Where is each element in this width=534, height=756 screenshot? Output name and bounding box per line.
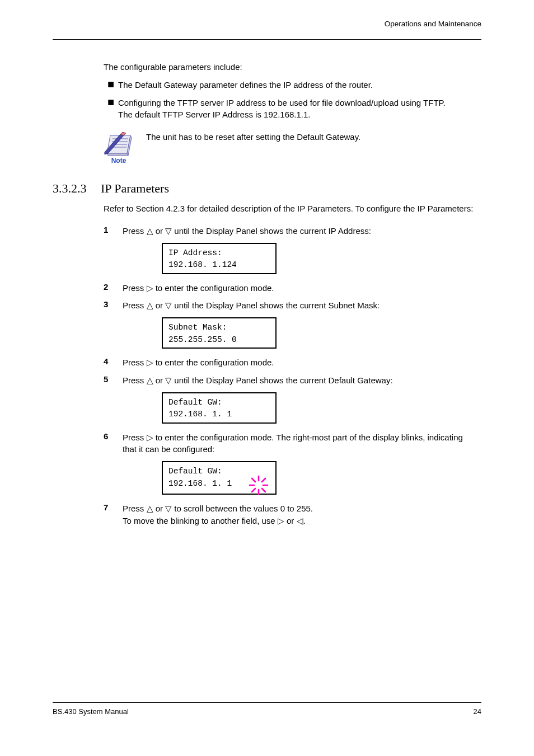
- text: or: [153, 504, 166, 513]
- down-icon: ▽: [165, 300, 172, 310]
- steps-list: 1 Press △ or ▽ until the Display Panel s…: [104, 225, 470, 527]
- right-icon: ▷: [147, 433, 153, 442]
- footer-rule: [53, 702, 481, 703]
- header-rule: [53, 39, 481, 40]
- section-intro: Refer to Section 4.2.3 for detailed desc…: [104, 203, 481, 215]
- svg-line-10: [262, 478, 265, 482]
- step-body: Press ▷ to enter the configuration mode.…: [123, 431, 470, 456]
- display-box: Subnet Mask: 255.255.255. 0: [162, 317, 277, 349]
- bullet-marker: ■: [104, 79, 118, 91]
- display-line: 192.168. 1. 1: [168, 408, 270, 421]
- text: until the Display Panel shows the curren…: [172, 226, 371, 236]
- footer: BS.430 System Manual 24: [53, 702, 481, 716]
- step-number: 4: [104, 356, 123, 366]
- text: .: [303, 516, 306, 525]
- down-icon: ▽: [165, 226, 172, 236]
- display-box: Default GW: 192.168. 1. 1: [162, 461, 277, 495]
- text: to scroll between the values 0 to 255.: [172, 504, 313, 513]
- up-icon: △: [147, 504, 153, 513]
- step-body: Press ▷ to enter the configuration mode.: [123, 356, 470, 369]
- left-icon: ◁: [297, 516, 303, 525]
- footer-left: BS.430 System Manual: [53, 707, 129, 716]
- step: 5 Press △ or ▽ until the Display Panel s…: [104, 374, 470, 387]
- section-title: IP Parameters: [101, 181, 169, 195]
- step: 1 Press △ or ▽ until the Display Panel s…: [104, 225, 470, 237]
- svg-line-11: [252, 489, 255, 492]
- text: to enter the configuration mode. The rig…: [123, 433, 463, 454]
- note-label: Note: [104, 156, 134, 166]
- step-number: 7: [104, 503, 123, 512]
- right-icon: ▷: [278, 516, 284, 525]
- text: or: [284, 516, 297, 525]
- section-heading: 3.3.2.3IP Parameters: [53, 181, 481, 196]
- display-line: Subnet Mask:: [168, 322, 270, 334]
- text: Press: [123, 504, 147, 513]
- note-icon: Note: [104, 131, 134, 166]
- section-number: 3.3.2.3: [53, 181, 101, 196]
- step-number: 6: [104, 431, 123, 441]
- display-box: IP Address: 192.168. 1.124: [162, 243, 277, 274]
- step-number: 1: [104, 225, 123, 234]
- down-icon: ▽: [165, 504, 172, 513]
- text: Press: [123, 300, 147, 310]
- intro-text: The configurable parameters include:: [104, 61, 460, 73]
- bullet-item: ■ Configuring the TFTP server IP address…: [104, 97, 460, 121]
- text: Press: [123, 226, 147, 236]
- display-line: IP Address:: [168, 247, 270, 260]
- note-text: The unit has to be reset after setting t…: [146, 131, 460, 143]
- step: 7 Press △ or ▽ to scroll between the val…: [104, 503, 470, 527]
- up-icon: △: [147, 300, 153, 310]
- step-body: Press △ or ▽ to scroll between the value…: [123, 503, 470, 527]
- svg-line-9: [262, 489, 265, 492]
- bullet-text: The Default Gateway parameter defines th…: [118, 79, 460, 91]
- up-icon: △: [147, 226, 153, 236]
- step-number: 3: [104, 299, 123, 309]
- step-number: 2: [104, 282, 123, 292]
- display-box: Default GW: 192.168. 1. 1: [162, 392, 277, 424]
- step-body: Press ▷ to enter the configuration mode.: [123, 282, 470, 294]
- svg-line-8: [252, 478, 255, 482]
- bullet-marker: ■: [104, 97, 118, 121]
- bullet-text: Configuring the TFTP server IP address t…: [118, 97, 460, 121]
- down-icon: ▽: [165, 375, 172, 385]
- step-number: 5: [104, 374, 123, 384]
- up-icon: △: [147, 375, 153, 385]
- text: Press ▷ to enter the configuration mode.: [123, 356, 470, 369]
- text: until the Display Panel shows the curren…: [172, 375, 392, 385]
- intro-block: The configurable parameters include: ■ T…: [104, 61, 460, 166]
- step-body: Press △ or ▽ until the Display Panel sho…: [123, 374, 470, 387]
- step: 4 Press ▷ to enter the configuration mod…: [104, 356, 470, 369]
- header-right: Operations and Maintenance: [53, 20, 481, 28]
- text: or: [153, 300, 166, 310]
- text: Press: [123, 433, 147, 442]
- text: Press: [123, 375, 147, 385]
- text: Press ▷ to enter the configuration mode.: [123, 282, 470, 294]
- step-body: Press △ or ▽ until the Display Panel sho…: [123, 225, 470, 237]
- text: or: [153, 375, 166, 385]
- text: To move the blinking to another field, u…: [123, 516, 278, 525]
- footer-right: 24: [474, 707, 481, 716]
- step: 3 Press △ or ▽ until the Display Panel s…: [104, 299, 470, 312]
- note-row: Note The unit has to be reset after sett…: [104, 131, 460, 166]
- display-line: Default GW:: [168, 397, 270, 409]
- step: 6 Press ▷ to enter the configuration mod…: [104, 431, 470, 456]
- display-line: 192.168. 1.124: [168, 259, 270, 271]
- bullet-item: ■ The Default Gateway parameter defines …: [104, 79, 460, 91]
- display-line: 255.255.255. 0: [168, 334, 270, 346]
- text: until the Display Panel shows the curren…: [172, 300, 380, 310]
- step-body: Press △ or ▽ until the Display Panel sho…: [123, 299, 470, 312]
- text: or: [153, 226, 166, 236]
- step: 2 Press ▷ to enter the configuration mod…: [104, 282, 470, 294]
- blink-icon: [249, 475, 269, 500]
